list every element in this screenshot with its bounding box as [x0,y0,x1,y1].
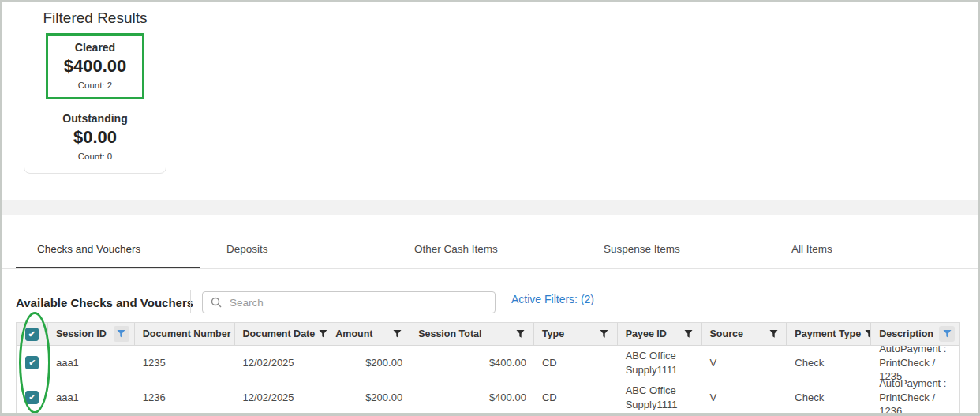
tab-bar: Checks and Vouchers Deposits Other Cash … [0,234,980,269]
cell-description: AutoPayment : PrintCheck / 1236 [871,380,959,414]
cell-document-date: 12/02/2025 [235,346,328,380]
section-title: Available Checks and Vouchers [16,296,193,309]
filter-icon-type[interactable] [597,326,612,342]
filter-icon-payee-id[interactable] [681,326,697,342]
cell-session-id: aaa1 [48,380,135,414]
filter-icon-payment-type[interactable] [861,326,871,342]
row-checkbox[interactable] [25,391,39,404]
cleared-amount: $400.00 [48,56,142,77]
row-checkbox[interactable] [25,356,39,369]
outstanding-amount: $0.00 [46,127,144,148]
cleared-label: Cleared [48,41,142,54]
table-row[interactable]: aaa1 1235 12/02/2025 $200.00 $400.00 CD … [17,346,959,380]
filter-icon-description[interactable] [939,326,955,342]
column-header-type: Type [534,323,618,345]
filter-icon-session-id[interactable] [114,326,129,342]
filter-icon-document-date[interactable] [315,326,327,342]
select-all-checkbox[interactable] [25,328,39,341]
table-row[interactable]: aaa1 1236 12/02/2025 $200.00 $400.00 CD … [17,380,959,415]
tab-suspense-items[interactable]: Suspense Items [604,243,680,255]
tab-all-items[interactable]: All Items [791,243,832,255]
row-checkbox-cell [17,380,48,414]
row-checkbox-cell [17,346,48,380]
filtered-results-card: Filtered Results Cleared $400.00 Count: … [24,0,166,174]
search-icon [211,297,222,308]
table-header-row: Session ID Document Number Document Date… [17,323,959,346]
cell-amount: $200.00 [327,346,410,380]
filter-icon-session-total[interactable] [513,326,529,342]
search-box [202,291,496,313]
cell-amount: $200.00 [327,380,410,414]
column-header-amount: Amount [327,323,410,345]
outstanding-section: Outstanding $0.00 Count: 0 [46,112,144,161]
filter-icon-source[interactable] [765,326,781,342]
outstanding-label: Outstanding [46,112,144,125]
cell-payment-type: Check [787,346,871,380]
tab-deposits[interactable]: Deposits [226,243,268,255]
cell-payee-id: ABC Office Supply1111 [618,380,702,414]
tab-other-cash-items[interactable]: Other Cash Items [414,243,498,255]
active-tab-underline [16,267,200,268]
cell-payee-id: ABC Office Supply1111 [618,346,702,380]
tab-checks-and-vouchers[interactable]: Checks and Vouchers [37,243,140,255]
cell-source: V [702,346,787,380]
outstanding-count: Count: 0 [46,152,144,161]
section-divider-band [0,200,980,215]
column-header-payee-id: Payee ID [618,323,702,345]
cell-document-number: 1235 [135,346,235,380]
cell-description: AutoPayment : PrintCheck / 1235 [871,346,959,380]
checks-and-vouchers-table: Session ID Document Number Document Date… [16,322,960,415]
cell-session-id: aaa1 [48,346,135,380]
cell-document-number: 1236 [135,380,235,414]
filter-icon-amount[interactable] [389,326,405,342]
cell-payment-type: Check [787,380,871,414]
column-header-document-date: Document Date [235,323,328,345]
card-title: Filtered Results [24,9,166,27]
column-header-description: Description [871,323,959,345]
bottom-edge-strip [0,413,980,416]
column-header-session-total: Session Total [410,323,534,345]
column-header-payment-type: Payment Type [787,323,871,345]
search-input[interactable] [202,291,496,313]
cell-source: V [702,380,787,414]
column-header-source: Source [702,323,787,345]
column-header-document-number: Document Number [135,323,235,345]
active-filters-link[interactable]: Active Filters: (2) [511,293,594,305]
cleared-highlight-box: Cleared $400.00 Count: 2 [46,33,144,99]
column-header-session-id: Session ID [48,323,135,345]
cell-type: CD [534,380,618,414]
toolbar-divider [190,290,191,313]
cell-type: CD [534,346,618,380]
cell-session-total: $400.00 [410,346,534,380]
cell-document-date: 12/02/2025 [235,380,328,414]
cell-session-total: $400.00 [410,380,534,414]
select-all-cell [17,323,48,345]
cleared-count: Count: 2 [48,81,142,90]
